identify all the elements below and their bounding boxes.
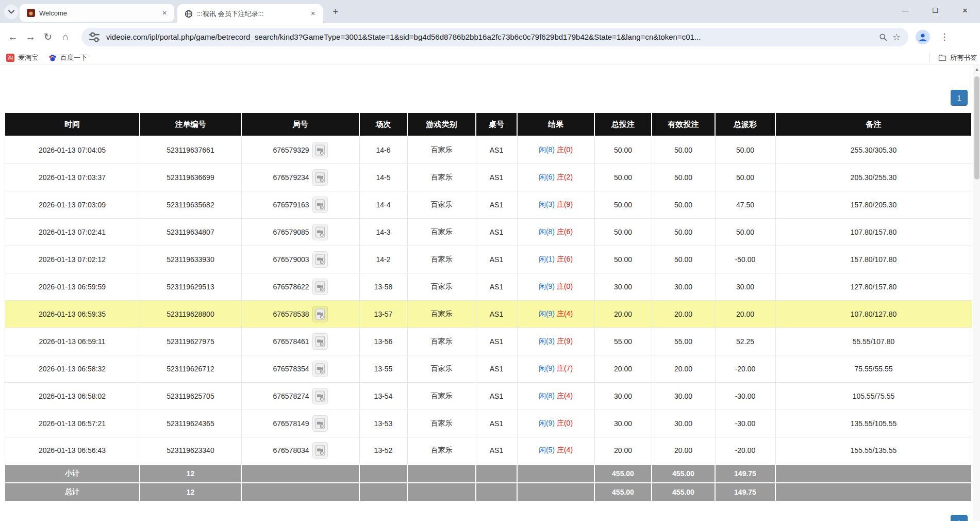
time-cell: 2026-01-13 06:59:11	[5, 328, 140, 355]
footer-empty-cell	[476, 483, 517, 501]
payout-cell: -20.00	[715, 437, 775, 464]
table-row[interactable]: 2026-01-13 07:03:37523119636699676579234…	[5, 164, 972, 191]
url-text: videoie.com/ipl/portal.php/game/betrecor…	[106, 32, 876, 41]
site-settings-icon[interactable]	[88, 30, 101, 44]
scrollbar-thumb[interactable]	[974, 76, 979, 180]
zoom-page-icon[interactable]	[876, 30, 890, 44]
bookmark-taobao[interactable]: 淘 爱淘宝	[2, 52, 42, 64]
result-player: 闲(6)	[539, 173, 555, 181]
minimize-button[interactable]: —	[890, 0, 920, 21]
forward-button[interactable]: →	[22, 28, 39, 46]
bookmark-label: 爱淘宝	[18, 53, 38, 62]
game-type-cell: 百家乐	[407, 136, 476, 164]
table-row[interactable]: 2026-01-13 06:59:35523119628800676578538…	[5, 300, 972, 328]
table-row[interactable]: 2026-01-13 07:02:12523119633930676579003…	[5, 246, 972, 273]
scrollbar-up-arrow[interactable]: ▲	[973, 65, 980, 73]
page-scrollbar[interactable]: ▲	[973, 65, 980, 521]
payout-cell: 50.00	[715, 218, 775, 246]
subtotal-row: 小计12455.00455.00149.75	[5, 464, 972, 483]
bookmark-star-icon[interactable]: ☆	[890, 30, 903, 44]
valid-bet-cell: 30.00	[652, 273, 715, 300]
footer-empty-cell	[407, 483, 476, 501]
video-replay-button[interactable]	[312, 279, 328, 295]
video-replay-button[interactable]	[312, 197, 328, 213]
chevron-down-icon	[8, 10, 14, 14]
profile-avatar[interactable]	[916, 30, 930, 44]
tab-close-icon[interactable]: ✕	[308, 9, 318, 19]
result-cell: 闲(3) 庄(9)	[517, 328, 594, 355]
video-replay-button[interactable]	[312, 388, 328, 404]
round-no: 676578274	[273, 392, 309, 400]
all-bookmarks-button[interactable]: 所有书签	[935, 52, 980, 64]
video-replay-button[interactable]	[312, 142, 328, 158]
total-bet-cell: 50.00	[594, 246, 652, 273]
reload-button[interactable]: ↻	[39, 28, 57, 46]
table-no-cell: AS1	[476, 136, 517, 164]
session-cell: 13-53	[359, 410, 407, 437]
payout-cell: -30.00	[715, 410, 775, 437]
game-type-cell: 百家乐	[407, 191, 476, 218]
bookmark-baidu[interactable]: 百度一下	[44, 52, 91, 64]
video-replay-button[interactable]	[312, 224, 328, 240]
table-row[interactable]: 2026-01-13 07:02:41523119634807676579085…	[5, 218, 972, 246]
remark-cell: 255.30/305.30	[775, 136, 972, 164]
close-button[interactable]: ✕	[950, 0, 980, 21]
video-replay-button[interactable]	[312, 306, 328, 322]
table-row[interactable]: 2026-01-13 06:56:43523119623340676578034…	[5, 437, 972, 464]
valid-bet-cell: 20.00	[652, 300, 715, 328]
payout-cell: -20.00	[715, 355, 775, 382]
valid-bet-cell: 55.00	[652, 328, 715, 355]
round-no: 676578149	[273, 419, 309, 428]
video-replay-icon	[315, 172, 325, 183]
session-cell: 14-2	[359, 246, 407, 273]
back-button[interactable]: ←	[4, 28, 22, 46]
video-replay-button[interactable]	[312, 442, 328, 459]
payout-cell: 30.00	[715, 273, 775, 300]
bookmarks-bar: 淘 爱淘宝 百度一下 所有书签	[0, 51, 980, 65]
table-row[interactable]: 2026-01-13 06:58:02523119625705676578274…	[5, 382, 972, 410]
video-replay-button[interactable]	[312, 251, 328, 268]
bet-no-cell: 523119636699	[140, 164, 241, 191]
footer-payout-cell: 149.75	[715, 483, 775, 501]
table-row[interactable]: 2026-01-13 06:59:59523119629513676578622…	[5, 273, 972, 300]
table-row[interactable]: 2026-01-13 07:04:05523119637661676579329…	[5, 136, 972, 164]
footer-empty-cell	[775, 464, 972, 483]
valid-bet-cell: 30.00	[652, 410, 715, 437]
result-banker: 庄(9)	[557, 200, 573, 208]
result-player: 闲(3)	[539, 337, 555, 345]
video-replay-button[interactable]	[312, 415, 328, 432]
maximize-button[interactable]: ☐	[920, 0, 950, 21]
tab-search-button[interactable]	[4, 5, 19, 19]
total-bet-cell: 20.00	[594, 300, 652, 328]
tab-welcome[interactable]: Welcome ✕	[20, 4, 174, 22]
table-row[interactable]: 2026-01-13 06:58:32523119626712676578354…	[5, 355, 972, 382]
result-banker: 庄(0)	[557, 419, 573, 427]
video-replay-button[interactable]	[312, 333, 328, 350]
remark-cell: 107.80/157.80	[775, 218, 972, 246]
table-row[interactable]: 2026-01-13 06:59:11523119627975676578461…	[5, 328, 972, 355]
bet-no-cell: 523119635682	[140, 191, 241, 218]
game-type-cell: 百家乐	[407, 300, 476, 328]
table-no-cell: AS1	[476, 273, 517, 300]
bet-no-cell: 523119626712	[140, 355, 241, 382]
home-button[interactable]: ⌂	[57, 28, 74, 46]
column-header-1: 注单编号	[140, 112, 241, 136]
tab-bet-record[interactable]: :::视讯 会员下注纪录::: ✕	[177, 4, 323, 23]
table-row[interactable]: 2026-01-13 07:03:09523119635682676579163…	[5, 191, 972, 218]
pagination-button-top[interactable]: 1	[951, 90, 968, 106]
video-replay-button[interactable]	[312, 169, 328, 186]
remark-cell: 127.80/157.80	[775, 273, 972, 300]
browser-menu-icon[interactable]: ⋮	[937, 30, 952, 44]
video-replay-button[interactable]	[312, 361, 328, 377]
bet-no-cell: 523119628800	[140, 300, 241, 328]
table-row[interactable]: 2026-01-13 06:57:21523119624365676578149…	[5, 410, 972, 437]
pagination-button-bottom[interactable]: 1	[951, 515, 968, 521]
round-no: 676578538	[273, 310, 309, 318]
result-banker: 庄(2)	[557, 173, 573, 181]
new-tab-button[interactable]: +	[329, 5, 342, 19]
address-bar[interactable]: videoie.com/ipl/portal.php/game/betrecor…	[81, 28, 908, 46]
video-replay-icon	[315, 254, 325, 265]
tab-close-icon[interactable]: ✕	[160, 8, 169, 18]
total-bet-cell: 20.00	[594, 437, 652, 464]
valid-bet-cell: 50.00	[652, 164, 715, 191]
